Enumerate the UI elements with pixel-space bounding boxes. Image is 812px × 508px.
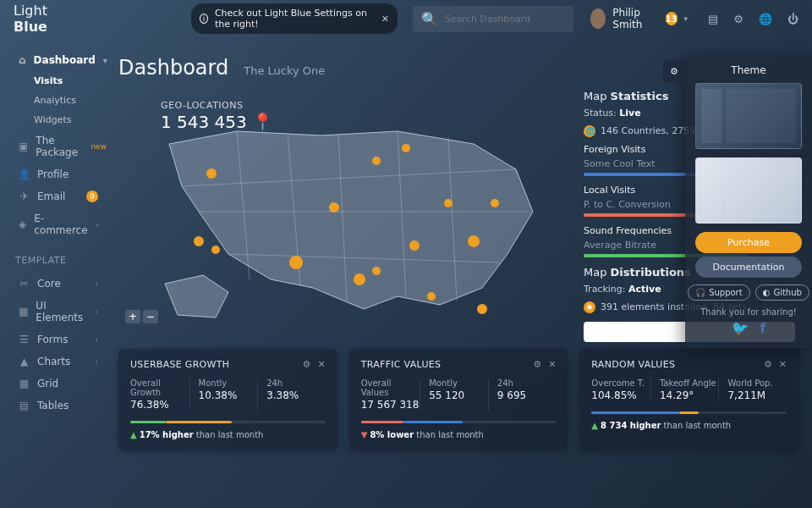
sidebar-item-dashboard[interactable]: ⌂ Dashboard ▾ (15, 49, 110, 71)
sidebar-item-core[interactable]: ✂Core‹ (15, 273, 110, 295)
sidebar-sub-visits[interactable]: Visits (34, 71, 110, 91)
chevron-right-icon: › (96, 220, 99, 229)
globe-icon[interactable]: 🌐 (759, 13, 772, 25)
page-title: Dashboard (118, 56, 228, 80)
diamond-icon: ◈ (19, 218, 26, 230)
brand: Light Blue (14, 3, 73, 35)
svg-point-10 (211, 246, 220, 254)
usa-map[interactable]: GEO-LOCATIONS 1 543 453 📍 (118, 85, 567, 330)
gear-icon[interactable]: ⚙ (303, 359, 311, 370)
close-icon[interactable]: ✕ (381, 14, 389, 25)
theme-title: Theme (695, 64, 802, 76)
power-icon[interactable]: ⏻ (787, 13, 798, 25)
svg-point-13 (354, 273, 365, 285)
email-badge: 9 (86, 190, 98, 202)
sidebar-item-email[interactable]: ✈ Email 9 (15, 185, 110, 207)
user-icon: 👤 (19, 168, 30, 180)
sidebar: ⌂ Dashboard ▾ Visits Analytics Widgets ▣… (0, 37, 110, 417)
twitter-icon[interactable]: 🐦 (732, 320, 749, 336)
map-value: 1 543 453 📍 (161, 112, 273, 132)
svg-point-14 (372, 157, 381, 165)
sidebar-item-forms[interactable]: ☰Forms‹ (15, 329, 110, 351)
sidebar-item-profile[interactable]: 👤 Profile (15, 163, 110, 185)
map-label: GEO-LOCATIONS (161, 100, 244, 111)
card-title: RANDOM VALUES (591, 359, 675, 370)
docs-button[interactable]: Documentation (695, 257, 802, 278)
svg-point-22 (477, 304, 487, 314)
card-delta: ▲8 734 higher than last month (591, 421, 787, 430)
globe-icon: 🌐 (584, 125, 595, 137)
table-icon: ▤ (19, 400, 30, 411)
card-delta: ▲17% higher than last month (130, 430, 326, 439)
chevron-down-icon: ▾ (684, 14, 689, 23)
svg-point-11 (289, 256, 303, 269)
search-input[interactable] (445, 14, 565, 25)
settings-alert: i Check out Light Blue Settings on the r… (191, 3, 398, 34)
stat-card: RANDOM VALUES ⚙✕ Overcome T.104.85%Takeo… (579, 349, 798, 450)
template-header: TEMPLATE (15, 255, 110, 266)
card-delta: ▼8% lower than last month (361, 430, 557, 439)
github-icon: ◐ (763, 288, 771, 297)
sidebar-item-tables[interactable]: ▤Tables (15, 395, 110, 417)
sidebar-sub-analytics[interactable]: Analytics (34, 91, 110, 110)
purchase-button[interactable]: Purchase (695, 232, 802, 253)
sidebar-item-ui[interactable]: ▦UI Elements‹ (15, 295, 110, 329)
info-icon: i (200, 14, 208, 24)
grid-icon: ▦ (19, 378, 30, 389)
search-icon: 🔍 (421, 11, 438, 27)
headset-icon: 🎧 (695, 288, 705, 297)
theme-panel: ⚙ Theme Purchase Documentation 🎧Support … (685, 54, 812, 348)
send-icon: ✈ (19, 190, 30, 202)
package-icon: ▣ (19, 141, 28, 152)
svg-point-16 (402, 144, 410, 152)
github-button[interactable]: ◐Github (755, 284, 809, 301)
share-label: Thank you for sharing! (695, 307, 802, 317)
sidebar-item-grid[interactable]: ▦Grid (15, 373, 110, 395)
page-subtitle: The Lucky One (244, 64, 325, 77)
close-icon[interactable]: ✕ (317, 359, 325, 370)
gear-icon: ⚙ (670, 66, 678, 77)
user-menu[interactable]: Philip Smith 13 ▾ (590, 7, 688, 30)
gear-icon[interactable]: ⚙ (764, 359, 772, 370)
zoom-out[interactable]: − (143, 310, 158, 323)
support-button[interactable]: 🎧Support (688, 284, 750, 301)
svg-point-9 (194, 236, 204, 246)
sidebar-item-ecommerce[interactable]: ◈ E-commerce › (15, 207, 110, 241)
svg-point-12 (329, 202, 339, 213)
stat-card: USERBASE GROWTH ⚙✕ Overall Growth76.38%M… (118, 349, 337, 450)
svg-point-17 (409, 240, 420, 251)
close-icon[interactable]: ✕ (548, 359, 556, 370)
svg-point-15 (372, 267, 381, 275)
file-icon: ☰ (19, 334, 30, 345)
avatar (590, 8, 606, 29)
svg-point-8 (206, 168, 217, 179)
gear-icon[interactable]: ⚙ (733, 13, 743, 25)
close-icon[interactable]: ✕ (779, 359, 787, 370)
zoom-in[interactable]: + (125, 310, 140, 323)
facebook-icon[interactable]: f (760, 320, 766, 336)
cog-icon: ✸ (584, 301, 595, 313)
svg-point-20 (468, 235, 480, 247)
chat-icon[interactable]: ▤ (708, 13, 718, 25)
chevron-down-icon: ▾ (103, 56, 107, 65)
svg-point-19 (444, 199, 453, 207)
cut-icon: ✂ (19, 278, 30, 290)
search-box[interactable]: 🔍 (413, 6, 573, 32)
card-title: TRAFFIC VALUES (361, 359, 442, 370)
sidebar-item-package[interactable]: ▣ The Packagenew (15, 130, 110, 163)
sidebar-sub-widgets[interactable]: Widgets (34, 110, 110, 130)
theme-toggle[interactable]: ⚙ (663, 59, 685, 83)
svg-point-21 (491, 199, 499, 207)
layers-icon: ▦ (19, 306, 28, 318)
theme-thumb-light[interactable] (695, 157, 802, 224)
card-title: USERBASE GROWTH (130, 359, 229, 370)
notif-badge: 13 (666, 12, 678, 25)
sidebar-item-charts[interactable]: ▲Charts‹ (15, 351, 110, 373)
theme-thumb-dark[interactable] (695, 83, 802, 149)
svg-point-18 (427, 292, 436, 301)
stat-card: TRAFFIC VALUES ⚙✕ Overall Values17 567 3… (349, 349, 568, 450)
gear-icon[interactable]: ⚙ (533, 359, 541, 370)
chart-icon: ▲ (19, 356, 30, 367)
pin-icon: 📍 (252, 112, 273, 132)
home-icon: ⌂ (19, 54, 26, 66)
